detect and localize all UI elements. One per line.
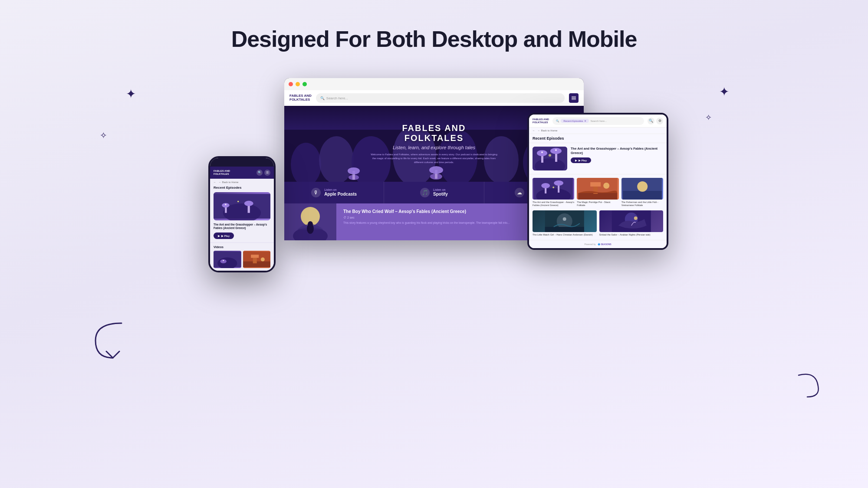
menu-button[interactable] bbox=[569, 93, 579, 103]
featured-episode-image bbox=[284, 203, 336, 240]
search-placeholder: Search here... bbox=[326, 96, 348, 100]
tablet-grid-image-1 bbox=[533, 178, 574, 200]
svg-rect-54 bbox=[578, 193, 617, 200]
page-title: Designed For Both Desktop and Mobile bbox=[0, 0, 868, 52]
svg-point-14 bbox=[429, 166, 443, 174]
mobile-back-arrow: ← bbox=[214, 181, 216, 183]
tablet-featured-episode: The Ant and the Grasshopper – Aesop's Fa… bbox=[529, 143, 667, 174]
apple-podcasts-button[interactable]: 🎙 Listen on Apple Podcasts bbox=[284, 182, 384, 203]
tablet-tag-label: Recent Episodes bbox=[563, 120, 583, 122]
tablet-back-arrow: ← bbox=[533, 129, 535, 132]
tablet-navbar: FABLES AND FOLKTALES 🔍 Recent Episodes ✕… bbox=[529, 115, 667, 128]
hero-content: FABLES AND FOLKTALES Listen, learn, and … bbox=[369, 123, 499, 164]
mobile-device: FABLES AND FOLKTALES 🔍 ☰ ← ← Back to Hom… bbox=[208, 156, 276, 272]
decorative-star-3: ✦ bbox=[719, 85, 729, 99]
svg-point-19 bbox=[308, 221, 313, 227]
mobile-nav-icons: 🔍 ☰ bbox=[256, 170, 270, 176]
tablet-search-button[interactable]: 🔍 bbox=[648, 118, 654, 124]
tablet-footer-powered: Powered by bbox=[584, 243, 595, 246]
hero-brand-name: FABLES AND FOLKTALES bbox=[369, 123, 499, 143]
decorative-curl-right bbox=[790, 367, 825, 401]
maximize-dot[interactable] bbox=[302, 82, 307, 86]
decorative-star-4: ✧ bbox=[705, 113, 712, 122]
decorative-star-1: ✦ bbox=[126, 87, 136, 101]
tablet-grid-item-1[interactable]: The Ant and the Grasshopper - Aesop's Fa… bbox=[533, 178, 574, 207]
mobile-videos-title: Videos bbox=[214, 246, 270, 249]
mobile-notch bbox=[233, 158, 251, 163]
svg-point-51 bbox=[554, 180, 563, 186]
apple-podcasts-icon: 🎙 bbox=[311, 188, 321, 197]
mobile-back-label: ← Back to Home bbox=[219, 181, 238, 183]
soundcloud-icon: ☁ bbox=[515, 188, 524, 197]
tablet-grid-title-4: The Little Match Girl – Hans Christian A… bbox=[533, 233, 597, 236]
svg-rect-35 bbox=[251, 255, 259, 258]
tablet-grid-item-3[interactable]: The Fisherman and the Little Fish - Viet… bbox=[621, 178, 663, 207]
tablet-grid-item-2[interactable]: The Magic Porridge Pot - Slavic Folktale bbox=[577, 178, 618, 207]
minimize-dot[interactable] bbox=[296, 82, 300, 86]
tablet-grid-image-2 bbox=[577, 178, 618, 200]
tablet-play-icon: ▶ bbox=[575, 159, 577, 162]
tablet-grid-image-3 bbox=[621, 178, 663, 200]
tablet-tag: Recent Episodes ✕ bbox=[561, 119, 589, 123]
tablet-episode-grid-row2: The Little Match Girl – Hans Christian A… bbox=[529, 210, 667, 240]
mobile-video-thumb-1[interactable] bbox=[214, 251, 241, 268]
mobile-notch-bar bbox=[210, 158, 274, 167]
hero-description: Welcome to Fables and Folktales, where a… bbox=[369, 153, 499, 164]
svg-rect-66 bbox=[545, 227, 584, 232]
spotify-button[interactable]: 🎵 Listen on Spotify bbox=[384, 182, 484, 203]
svg-point-44 bbox=[555, 149, 557, 151]
decorative-star-2: ✧ bbox=[100, 130, 107, 141]
mobile-episode-card: The Ant and the Grasshopper – Aesop's Fa… bbox=[210, 192, 274, 242]
svg-point-27 bbox=[237, 201, 239, 202]
svg-point-31 bbox=[223, 260, 224, 261]
devices-container: FABLES AND FOLKTALES 🔍 Search here... bbox=[195, 74, 673, 464]
tablet-grid-title-2: The Magic Porridge Pot - Slavic Folktale bbox=[577, 201, 618, 207]
mobile-navbar: FABLES AND FOLKTALES 🔍 ☰ bbox=[210, 167, 274, 179]
tablet-device: FABLES AND FOLKTALES 🔍 Recent Episodes ✕… bbox=[527, 113, 668, 250]
mobile-episode-title: The Ant and the Grasshopper – Aesop's Fa… bbox=[214, 223, 270, 230]
mobile-play-icon: ▶ bbox=[218, 234, 220, 237]
decorative-curl-left bbox=[87, 314, 139, 367]
svg-point-60 bbox=[637, 181, 648, 192]
tablet-frame: FABLES AND FOLKTALES 🔍 Recent Episodes ✕… bbox=[527, 113, 668, 250]
mobile-play-button[interactable]: ▶ ▶ Play bbox=[214, 233, 234, 239]
mobile-video-thumbs bbox=[214, 251, 270, 268]
mobile-video-thumb-2[interactable] bbox=[243, 251, 271, 268]
tablet-footer-brand: 🔷 SEASONS bbox=[598, 243, 612, 246]
tablet-back-label: ← Back to Home bbox=[538, 129, 557, 132]
mobile-menu-button[interactable]: ☰ bbox=[264, 170, 270, 176]
tablet-back-button[interactable]: ← ← Back to Home bbox=[529, 128, 667, 134]
svg-point-52 bbox=[552, 187, 554, 188]
svg-point-57 bbox=[603, 183, 609, 189]
svg-point-36 bbox=[260, 257, 264, 261]
tablet-play-label: ▶ Play bbox=[579, 159, 587, 162]
close-dot[interactable] bbox=[289, 82, 293, 86]
desktop-titlebar bbox=[284, 78, 584, 90]
tablet-grid-image-4 bbox=[533, 210, 597, 232]
tablet-featured-info: The Ant and the Grasshopper – Aesop's Fa… bbox=[571, 147, 663, 170]
tablet-grid-image-5 bbox=[599, 210, 664, 232]
tablet-grid-title-1: The Ant and the Grasshopper - Aesop's Fa… bbox=[533, 201, 574, 207]
svg-point-61 bbox=[625, 192, 638, 199]
mobile-back-button[interactable]: ← ← Back to Home bbox=[210, 179, 274, 186]
desktop-navbar: FABLES AND FOLKTALES 🔍 Search here... bbox=[284, 90, 584, 106]
tablet-nav-icons: 🔍 ⚙ bbox=[648, 118, 663, 124]
tablet-featured-image bbox=[533, 147, 567, 170]
mobile-search-button[interactable]: 🔍 bbox=[256, 170, 263, 176]
tablet-search[interactable]: 🔍 Recent Episodes ✕ Search here... bbox=[552, 117, 644, 125]
svg-point-69 bbox=[634, 216, 637, 220]
tablet-grid-item-4[interactable]: The Little Match Girl – Hans Christian A… bbox=[533, 210, 597, 236]
svg-point-65 bbox=[563, 217, 566, 221]
tablet-footer: Powered by 🔷 SEASONS bbox=[529, 240, 667, 248]
mobile-play-label: ▶ Play bbox=[221, 234, 230, 237]
tablet-play-button[interactable]: ▶ ▶ Play bbox=[571, 157, 591, 163]
svg-point-49 bbox=[541, 183, 550, 188]
svg-rect-56 bbox=[590, 182, 601, 187]
tablet-tag-close[interactable]: ✕ bbox=[584, 119, 586, 122]
tablet-grid-item-5[interactable]: Sinbad the Sailor – Arabian Nights (Pers… bbox=[599, 210, 664, 236]
svg-point-26 bbox=[244, 201, 253, 206]
mobile-frame: FABLES AND FOLKTALES 🔍 ☰ ← ← Back to Hom… bbox=[208, 156, 276, 272]
tablet-settings-button[interactable]: ⚙ bbox=[656, 118, 663, 124]
desktop-search-bar[interactable]: 🔍 Search here... bbox=[316, 93, 565, 103]
spotify-icon: 🎵 bbox=[420, 188, 430, 197]
